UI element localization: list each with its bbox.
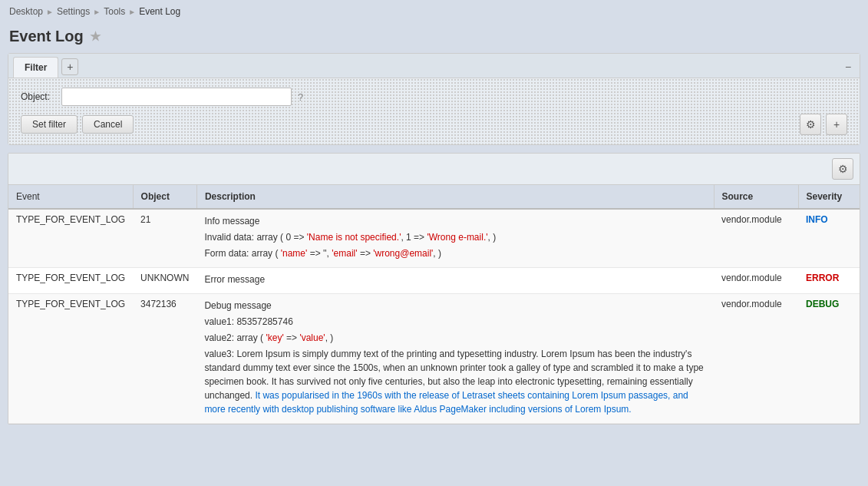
event-type-1: TYPE_FOR_EVENT_LOG	[8, 209, 133, 268]
event-type-2: TYPE_FOR_EVENT_LOG	[8, 268, 133, 294]
desc-line-3-3: value3: Lorem Ipsum is simply dummy text…	[204, 347, 706, 416]
severity-2: ERROR	[798, 268, 860, 294]
event-log-table: Event Object Description Source Severity…	[8, 185, 860, 424]
source-3: vendor.module	[714, 294, 798, 424]
breadcrumb-sep-1: ►	[46, 8, 54, 16]
breadcrumb-current: Event Log	[139, 6, 180, 17]
breadcrumb-settings[interactable]: Settings	[57, 6, 90, 17]
severity-3: DEBUG	[798, 294, 860, 424]
source-2: vendor.module	[714, 268, 798, 294]
desc-line-3-1: value1: 85357285746	[204, 315, 706, 329]
filter-plus-icon[interactable]: +	[826, 114, 847, 135]
desc-line-1-1: Invalid data: array ( 0 => 'Name is not …	[204, 230, 706, 244]
table-section: ⚙ Event Object Description Source Severi…	[8, 153, 860, 425]
object-2: UNKNOWN	[133, 268, 196, 294]
col-header-event: Event	[8, 185, 133, 209]
filter-action-row: Set filter Cancel ⚙ +	[21, 114, 847, 135]
breadcrumb-tools[interactable]: Tools	[104, 6, 125, 17]
event-type-3: TYPE_FOR_EVENT_LOG	[8, 294, 133, 424]
help-icon[interactable]: ?	[298, 91, 303, 103]
breadcrumb: Desktop ► Settings ► Tools ► Event Log	[0, 0, 868, 23]
desc-line-3-0: Debug message	[204, 299, 706, 312]
source-1: vendor.module	[714, 209, 798, 268]
desc-line-1-0: Info message	[204, 214, 706, 228]
breadcrumb-sep-2: ►	[93, 8, 101, 16]
table-toolbar: ⚙	[8, 154, 860, 185]
description-2: Error message	[196, 268, 714, 294]
filter-object-row: Object: ?	[21, 88, 847, 106]
set-filter-button[interactable]: Set filter	[21, 115, 78, 134]
table-row: TYPE_FOR_EVENT_LOG 21 Info message Inval…	[8, 209, 860, 268]
add-filter-tab-button[interactable]: +	[61, 58, 78, 75]
filter-tabs: Filter + −	[8, 54, 860, 78]
object-input[interactable]	[61, 88, 292, 106]
favorite-star-icon[interactable]: ★	[90, 29, 101, 44]
breadcrumb-sep-3: ►	[128, 8, 136, 16]
col-header-source: Source	[714, 185, 798, 209]
cancel-button[interactable]: Cancel	[82, 115, 134, 134]
object-3: 3472136	[133, 294, 196, 424]
page-title-area: Event Log ★	[0, 23, 868, 53]
desc-line-1-2: Form data: array ( 'name' => '', 'email'…	[204, 246, 706, 260]
object-1: 21	[133, 209, 196, 268]
col-header-severity: Severity	[798, 185, 860, 209]
table-header-row: Event Object Description Source Severity	[8, 185, 860, 209]
filter-panel: Filter + − Object: ? Set filter Cancel ⚙…	[8, 53, 860, 145]
col-header-description: Description	[196, 185, 714, 209]
filter-gear-icon[interactable]: ⚙	[800, 114, 821, 135]
table-row: TYPE_FOR_EVENT_LOG UNKNOWN Error message…	[8, 268, 860, 294]
breadcrumb-desktop[interactable]: Desktop	[9, 6, 43, 17]
col-header-object: Object	[133, 185, 196, 209]
object-label: Object:	[21, 91, 55, 102]
filter-tab[interactable]: Filter	[13, 57, 58, 78]
table-gear-icon[interactable]: ⚙	[832, 158, 853, 180]
filter-body: Object: ? Set filter Cancel ⚙ +	[8, 78, 860, 144]
page-title: Event Log	[9, 28, 84, 45]
description-3: Debug message value1: 85357285746 value2…	[196, 294, 714, 424]
table-row: TYPE_FOR_EVENT_LOG 3472136 Debug message…	[8, 294, 860, 424]
description-1: Info message Invalid data: array ( 0 => …	[196, 209, 714, 268]
minimize-filter-button[interactable]: −	[841, 60, 855, 74]
desc-line-3-2: value2: array ( 'key' => 'value', )	[204, 331, 706, 345]
severity-1: INFO	[798, 209, 860, 268]
desc-line-2-0: Error message	[204, 273, 706, 286]
